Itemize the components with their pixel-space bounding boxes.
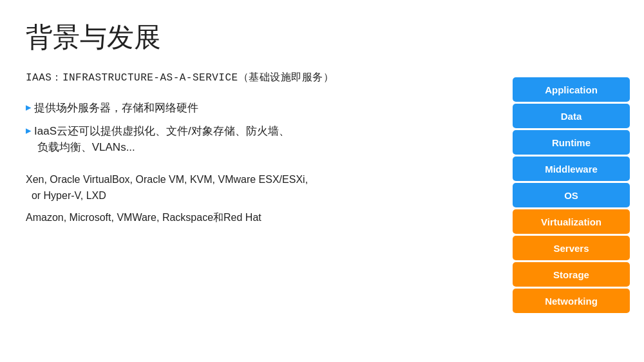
stack-storage: Storage — [513, 262, 630, 287]
stack-servers-label: Servers — [553, 243, 589, 254]
stack-virtualization: Virtualization — [513, 209, 630, 234]
stack-servers: Servers — [513, 236, 630, 260]
stack-networking: Networking — [513, 289, 630, 313]
bullet-text-2: IaaS云还可以提供虚拟化、文件/对象存储、防火墙、 负载均衡、VLANs... — [34, 123, 290, 156]
stack-diagram: Application Data Runtime Middleware OS V… — [513, 77, 630, 313]
stack-data-label: Data — [561, 111, 582, 122]
page-container: 背景与发展 IAAS：INFRASTRUCTURE-AS-A-SERVICE（基… — [0, 0, 644, 362]
stack-virtualization-label: Virtualization — [541, 216, 601, 227]
stack-application: Application — [513, 77, 630, 102]
stack-networking-label: Networking — [545, 296, 598, 307]
stack-application-label: Application — [545, 84, 598, 95]
bullet-text-1: 提供场外服务器，存储和网络硬件 — [34, 100, 198, 117]
bullet-arrow-2: ▸ — [26, 124, 32, 137]
stack-os-label: OS — [564, 190, 578, 201]
stack-storage-label: Storage — [553, 269, 589, 280]
stack-runtime-label: Runtime — [552, 137, 591, 148]
bullet-arrow-1: ▸ — [26, 100, 32, 114]
stack-os: OS — [513, 183, 630, 207]
stack-data: Data — [513, 104, 630, 128]
stack-runtime: Runtime — [513, 130, 630, 155]
stack-middleware-label: Middleware — [545, 164, 598, 175]
main-title: 背景与发展 — [26, 19, 618, 55]
stack-middleware: Middleware — [513, 157, 630, 181]
